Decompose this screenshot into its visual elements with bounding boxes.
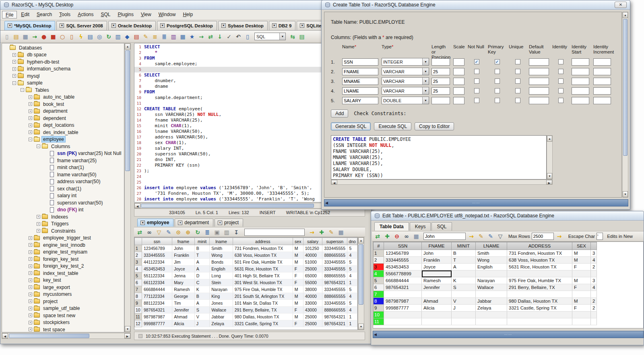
result-cell[interactable]: 551122334	[142, 272, 172, 279]
column-name-input[interactable]	[342, 78, 378, 85]
row-header-cell[interactable]: 3	[374, 264, 384, 270]
edit-cell[interactable]: 3	[591, 250, 597, 257]
tree-item[interactable]: +mycustomers	[2, 291, 124, 298]
expand-icon[interactable]: +	[29, 307, 32, 310]
edit-column-header[interactable]: ADDRESS	[507, 242, 572, 250]
result-row[interactable]: 7666884444RameshKNarayan975 Fire Oak, Hu…	[135, 286, 357, 293]
connection-tab[interactable]: ✕*MySQL Desktop	[4, 21, 55, 30]
tree-item[interactable]: address varchar(50)	[2, 178, 124, 186]
result-cell[interactable]: 333445555	[322, 266, 347, 272]
expand-icon[interactable]: +	[29, 130, 32, 134]
result-cell[interactable]: 888665555	[322, 293, 347, 300]
result-cell[interactable]: M	[293, 252, 303, 259]
result-cell[interactable]: 101 Main St, Dallas TX	[233, 300, 293, 307]
tree-item[interactable]: minit char(1)	[2, 164, 124, 171]
tree-item[interactable]: −employee	[2, 136, 124, 143]
tree-item[interactable]: +employee_trigger_test	[2, 235, 124, 242]
connection-tab[interactable]: ✕Oracle Desktop	[108, 21, 156, 30]
edit-cell[interactable]	[452, 318, 476, 325]
default-value-input[interactable]	[529, 87, 549, 95]
result-cell[interactable]: M	[293, 300, 303, 307]
edit-cell[interactable]: Joyce	[422, 264, 452, 270]
tree-item[interactable]: +Triggers	[2, 221, 124, 228]
edit-cell[interactable]	[422, 312, 452, 318]
identity-start-input[interactable]	[572, 68, 589, 75]
collapse-icon[interactable]: −	[37, 144, 40, 148]
result-cell[interactable]: Jenna	[172, 272, 195, 279]
edit-cell[interactable]: M	[572, 298, 591, 305]
filter-grid-icon[interactable]: ▽	[496, 232, 504, 240]
find-icon[interactable]: ◎	[95, 33, 103, 41]
result-cell[interactable]: 888665555	[322, 252, 347, 259]
result-cell[interactable]: F	[293, 307, 303, 314]
expand-icon[interactable]: +	[29, 314, 32, 317]
dialog-horizontal-scrollbar[interactable]: ◀⋯⋯	[324, 199, 628, 206]
tree-item[interactable]: +auto_inc_table	[2, 94, 124, 101]
close-tab-icon[interactable]: ✕	[221, 23, 226, 28]
edit-cell[interactable]: Ahmad	[422, 298, 452, 305]
result-cell[interactable]: 987654321	[322, 279, 347, 286]
result-cell[interactable]: C	[194, 279, 210, 286]
result-tab[interactable]: ✕project	[215, 219, 243, 227]
row-number-cell[interactable]: 3	[135, 259, 142, 266]
expand-icon[interactable]: +	[29, 285, 32, 289]
close-tab-icon[interactable]: ✕	[300, 23, 304, 28]
scale-input[interactable]	[453, 68, 464, 75]
block-comment-icon[interactable]: ▥	[169, 33, 178, 41]
edit-cell[interactable]	[507, 291, 572, 298]
results-column-header[interactable]: sex	[293, 238, 303, 245]
new-connection-icon[interactable]: ○	[58, 33, 66, 41]
result-tab[interactable]: ✕employee	[137, 219, 173, 227]
close-icon[interactable]: ✕	[615, 2, 627, 8]
tree-item[interactable]: +stockpickers	[2, 319, 124, 326]
row-number-cell[interactable]: 4	[135, 266, 142, 272]
close-tab-icon[interactable]: ✕	[178, 221, 182, 225]
menu-help[interactable]: Help	[180, 11, 196, 19]
result-cell[interactable]: 401 High St, Bellaire TX	[233, 272, 293, 279]
execute-all-icon[interactable]: ⇄	[206, 33, 215, 41]
result-row[interactable]: 3441122334JimABonds501 Fire Oak, Humble …	[135, 259, 357, 266]
column-type-select[interactable]: INTEGER▼	[382, 58, 429, 66]
connection-tab[interactable]: ✕Sybase Desktop	[218, 21, 268, 30]
edit-cell[interactable]: 333445555	[384, 257, 422, 264]
indent-icon[interactable]: ≡	[151, 33, 159, 41]
result-cell[interactable]: 5	[347, 245, 357, 252]
result-cell[interactable]: 25000	[303, 314, 322, 320]
expand-icon[interactable]: +	[37, 229, 40, 233]
results-column-header[interactable]	[135, 238, 142, 245]
filter-results-icon[interactable]: ▽	[155, 228, 163, 236]
result-row[interactable]: 5551122334JennaDLong401 High St, Bellair…	[135, 272, 357, 279]
edit-results-icon[interactable]: ✎	[165, 228, 173, 236]
close-tab-icon[interactable]: ✕	[272, 23, 277, 28]
row-header-cell[interactable]: 4	[374, 270, 384, 277]
copy-results-icon[interactable]: ▥	[223, 228, 231, 236]
edit-row[interactable]: 3453453453JoyceAEnglish5631 Rice, Housto…	[374, 264, 597, 270]
row-number-cell[interactable]: 9	[135, 300, 142, 307]
result-cell[interactable]: 975 Fire Oak, Humble TX	[233, 286, 293, 293]
edit-cell[interactable]	[591, 312, 597, 318]
search-go-icon[interactable]: →	[467, 232, 475, 240]
edit-cell[interactable]: 3321 Castle, Spring TX	[507, 305, 572, 312]
edit-cell[interactable]: Jennifer	[422, 284, 452, 291]
row-header-cell[interactable]: 2	[374, 257, 384, 264]
result-cell[interactable]: 441122334	[142, 259, 172, 266]
connection-profile-icon[interactable]: ▯	[68, 33, 76, 41]
result-cell[interactable]: 123456789	[142, 245, 172, 252]
unique-checkbox[interactable]	[515, 98, 520, 103]
row-number-cell[interactable]: 2	[135, 252, 142, 259]
result-row[interactable]: 9881122334TimAJones101 Main St, Dallas T…	[135, 300, 357, 307]
scroll-left-icon[interactable]: ◀	[134, 203, 140, 208]
tree-scroll-thumb[interactable]	[125, 50, 130, 171]
column-type-select[interactable]: VARCHAR▼	[382, 87, 429, 95]
edit-cell[interactable]: M	[572, 277, 591, 284]
results-column-header[interactable]: lname	[210, 238, 233, 245]
close-tab-icon[interactable]: ✕	[140, 221, 145, 225]
compare-icon[interactable]: ▤	[132, 33, 140, 41]
edit-cell[interactable]	[476, 291, 507, 298]
result-cell[interactable]: English	[210, 266, 233, 272]
result-cell[interactable]: 5	[347, 300, 357, 307]
edit-cell[interactable]: S	[452, 284, 476, 291]
results-filter-input[interactable]	[244, 229, 305, 236]
primary-key-checkbox[interactable]	[495, 69, 500, 74]
primary-key-icon[interactable]: ⊙	[174, 228, 182, 236]
